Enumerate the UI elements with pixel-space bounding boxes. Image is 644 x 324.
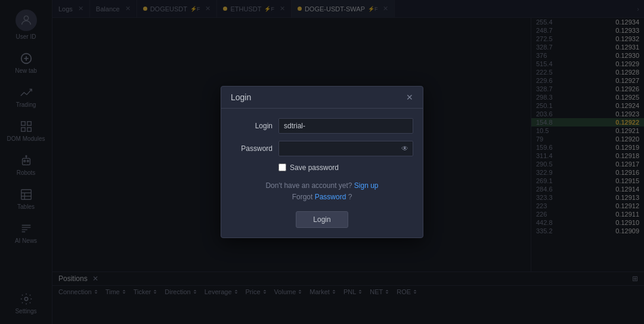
password-link[interactable]: Password [315,193,346,201]
password-input[interactable] [278,141,413,156]
password-wrapper: 👁 [278,141,413,156]
modal-body: Login Password 👁 Save password Don't hav… [221,109,423,237]
save-password-checkbox[interactable] [278,163,286,171]
sign-up-line: Don't have an account yet? Sign up [231,180,413,192]
save-password-row: Save password [278,163,413,172]
no-account-text: Don't have an account yet? [265,181,352,190]
modal-header: Login ✕ [221,87,423,109]
password-row: Password 👁 [231,141,413,156]
login-row: Login [231,118,413,134]
password-toggle-icon[interactable]: 👁 [401,144,408,153]
login-modal: Login ✕ Login Password 👁 Save password [221,86,423,238]
forgot-text: Forgot [292,193,313,201]
login-input[interactable] [278,118,413,134]
links-section: Don't have an account yet? Sign up Forgo… [231,180,413,203]
forgot-line: Forgot Password ? [231,192,413,203]
login-button-wrapper: Login [231,211,413,228]
modal-close-button[interactable]: ✕ [406,92,413,102]
forgot-suffix: ? [348,193,352,201]
save-password-label: Save password [290,163,339,172]
password-label: Password [231,144,273,153]
login-button[interactable]: Login [296,211,348,228]
sign-up-link[interactable]: Sign up [354,181,379,190]
modal-title: Login [231,92,251,102]
login-label: Login [231,122,273,130]
modal-overlay[interactable]: Login ✕ Login Password 👁 Save password [0,0,644,324]
